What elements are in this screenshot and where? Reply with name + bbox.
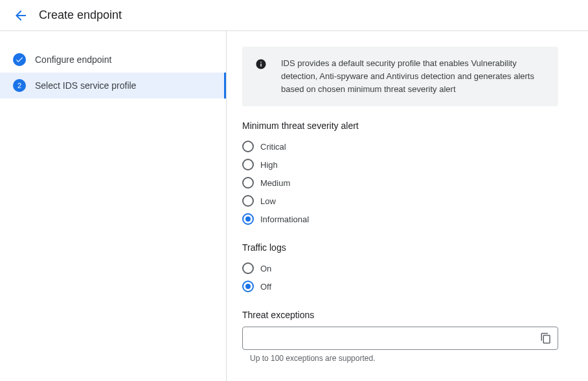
radio-icon xyxy=(242,213,254,225)
severity-option-critical[interactable]: Critical xyxy=(242,137,558,156)
info-text: IDS provides a default security profile … xyxy=(281,57,548,96)
radio-icon xyxy=(242,159,254,170)
back-arrow-icon[interactable] xyxy=(13,8,28,23)
radio-label: High xyxy=(260,160,278,170)
step-label: Configure endpoint xyxy=(35,54,111,65)
step-select-ids-profile[interactable]: 2 Select IDS service profile xyxy=(0,73,226,98)
step-label: Select IDS service profile xyxy=(35,80,136,91)
step-sidebar: Configure endpoint 2 Select IDS service … xyxy=(0,31,227,381)
radio-label: Off xyxy=(260,282,271,292)
radio-icon xyxy=(242,262,254,274)
severity-radio-group: CriticalHighMediumLowInformational xyxy=(242,137,558,228)
copy-icon[interactable] xyxy=(540,332,552,344)
traffic-radio-group: OnOff xyxy=(242,259,558,295)
severity-option-medium[interactable]: Medium xyxy=(242,174,558,192)
severity-heading: Minimum threat severity alert xyxy=(242,121,558,131)
step-number-icon: 2 xyxy=(13,79,26,92)
check-icon xyxy=(13,53,26,66)
radio-label: Critical xyxy=(260,142,286,152)
traffic-heading: Traffic logs xyxy=(242,242,558,253)
page-header: Create endpoint xyxy=(0,0,588,31)
traffic-option-on[interactable]: On xyxy=(242,259,558,277)
info-banner: IDS provides a default security profile … xyxy=(242,47,558,106)
radio-label: Medium xyxy=(260,178,290,188)
radio-icon xyxy=(242,281,254,292)
page-title: Create endpoint xyxy=(39,8,122,22)
radio-icon xyxy=(242,141,254,152)
severity-option-informational[interactable]: Informational xyxy=(242,210,558,228)
exceptions-heading: Threat exceptions xyxy=(242,310,558,320)
severity-option-high[interactable]: High xyxy=(242,156,558,174)
info-icon xyxy=(255,58,267,70)
radio-icon xyxy=(242,177,254,189)
radio-label: On xyxy=(260,264,271,273)
step-configure-endpoint[interactable]: Configure endpoint xyxy=(0,47,226,73)
radio-icon xyxy=(242,195,254,207)
severity-option-low[interactable]: Low xyxy=(242,192,558,210)
radio-label: Low xyxy=(260,196,276,206)
threat-exceptions-input[interactable] xyxy=(242,327,558,350)
radio-label: Informational xyxy=(260,214,309,224)
exceptions-field-wrap xyxy=(242,327,558,350)
exceptions-helper: Up to 100 exceptions are supported. xyxy=(250,354,558,363)
traffic-option-off[interactable]: Off xyxy=(242,277,558,295)
main-content: IDS provides a default security profile … xyxy=(227,31,574,381)
